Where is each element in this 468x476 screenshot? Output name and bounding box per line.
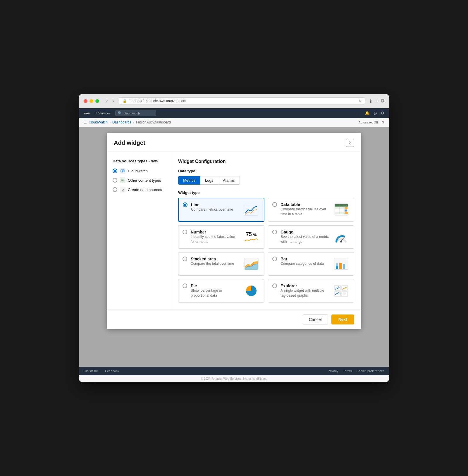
breadcrumb-actions: Autosave: Off ⚙ xyxy=(359,121,384,124)
tab-logs[interactable]: Logs xyxy=(200,176,218,185)
create-label: Create data sources xyxy=(128,188,162,192)
services-label: Services xyxy=(98,111,111,115)
terms-link[interactable]: Terms xyxy=(343,369,352,373)
address-bar[interactable]: 🔒 eu-north-1.console.aws.amazon.com ↻ xyxy=(119,97,365,104)
minimize-traffic-light[interactable] xyxy=(90,99,93,103)
number-header xyxy=(183,230,187,234)
cookie-link[interactable]: Cookie preferences xyxy=(357,369,384,373)
widget-card-data-table[interactable]: Data table Compare metrics values over t… xyxy=(268,198,354,222)
aws-top-bar: aws ⊞ Services 🔍 cloudwatch 🔔 ◎ ⚙ xyxy=(79,108,389,118)
svg-rect-25 xyxy=(335,286,340,291)
source-cloudwatch[interactable]: Cloudwatch xyxy=(113,168,165,174)
tab-alarms[interactable]: Alarms xyxy=(218,176,240,185)
lock-icon: 🔒 xyxy=(123,99,127,103)
radio-explorer[interactable] xyxy=(272,283,277,288)
tabs-icon[interactable]: ⧉ xyxy=(381,98,384,104)
line-info: Line Compare metrics over time xyxy=(191,202,239,212)
radio-line[interactable] xyxy=(183,202,187,207)
widget-card-explorer[interactable]: Explorer A single widget with multiple t… xyxy=(268,279,354,303)
data-type-tabs: Metrics Logs Alarms xyxy=(178,176,354,185)
modal-body: Data sources types - new xyxy=(107,152,361,310)
radio-create[interactable] xyxy=(113,187,117,192)
breadcrumb-dashboards[interactable]: Dashboards xyxy=(112,120,131,124)
widget-card-bar[interactable]: Bar Compare categories of data xyxy=(268,252,354,276)
data-type-label: Data type xyxy=(178,169,354,173)
sidebar-title: Data sources types - new xyxy=(113,159,165,163)
browser-window: ‹ › 🔒 eu-north-1.console.aws.amazon.com … xyxy=(79,94,389,382)
widget-card-line[interactable]: Line Compare metrics over time xyxy=(178,198,264,222)
browser-titlebar: ‹ › 🔒 eu-north-1.console.aws.amazon.com … xyxy=(79,94,389,108)
search-icon: 🔍 xyxy=(118,111,122,115)
radio-stacked-area[interactable] xyxy=(183,257,187,261)
widget-card-gauge[interactable]: Gauge See the latest value of a metric w… xyxy=(268,225,354,249)
radio-other[interactable] xyxy=(113,178,117,183)
explorer-chart-icon xyxy=(332,283,350,298)
radio-bar[interactable] xyxy=(272,257,277,261)
notification-icon[interactable]: 🔔 xyxy=(365,111,369,115)
close-traffic-light[interactable] xyxy=(84,99,87,103)
source-other[interactable]: </> Other content types xyxy=(113,177,165,183)
gauge-header xyxy=(272,230,277,234)
settings-icon-breadcrumb[interactable]: ⚙ xyxy=(381,121,384,124)
pie-info: Pie Show percentage or proportional data xyxy=(191,283,239,298)
bottom-bar: CloudShell Feedback Privacy Terms Cookie… xyxy=(79,367,389,375)
radio-pie[interactable] xyxy=(183,283,187,288)
svg-rect-3 xyxy=(244,204,258,216)
maximize-traffic-light[interactable] xyxy=(95,99,99,103)
forward-button[interactable]: › xyxy=(111,98,115,104)
bar-chart-icon xyxy=(332,257,350,271)
refresh-icon[interactable]: ↻ xyxy=(359,99,362,103)
gauge-title: Gauge xyxy=(281,230,329,234)
settings-icon[interactable]: ⚙ xyxy=(381,111,384,115)
widget-card-stacked-area[interactable]: Stacked area Compare the total over time xyxy=(178,252,264,276)
stacked-area-desc: Compare the total over time xyxy=(191,261,239,266)
next-button[interactable]: Next xyxy=(331,315,354,324)
stacked-area-icon xyxy=(242,257,260,271)
widget-type-grid: Line Compare metrics over time xyxy=(178,198,354,303)
feedback-link[interactable]: Feedback xyxy=(105,369,119,373)
privacy-link[interactable]: Privacy xyxy=(328,369,338,373)
add-widget-modal: Add widget × Data sources types - new xyxy=(107,133,361,329)
line-chart-icon xyxy=(242,202,260,217)
breadcrumb-cloudwatch[interactable]: CloudWatch xyxy=(89,120,108,124)
aws-search-bar[interactable]: 🔍 cloudwatch xyxy=(115,110,156,116)
breadcrumb-bar: ☰ CloudWatch › Dashboards › FusionAuthDa… xyxy=(79,118,389,127)
autosave-status: Autosave: Off xyxy=(359,121,378,124)
explorer-info: Explorer A single widget with multiple t… xyxy=(281,283,329,298)
aws-header-icons: 🔔 ◎ ⚙ xyxy=(365,111,384,115)
radio-cloudwatch[interactable] xyxy=(113,169,117,173)
back-button[interactable]: ‹ xyxy=(105,98,109,104)
source-create[interactable]: ⚙ Create data sources xyxy=(113,187,165,193)
svg-rect-11 xyxy=(345,207,347,209)
browser-navigation: ‹ › xyxy=(105,98,115,104)
main-content: Add widget × Data sources types - new xyxy=(79,127,389,367)
widget-card-number[interactable]: Number Instantly see the latest value fo… xyxy=(178,225,264,249)
line-title: Line xyxy=(191,202,239,207)
radio-number[interactable] xyxy=(183,230,187,234)
stacked-area-title: Stacked area xyxy=(191,257,239,261)
add-tab-icon[interactable]: + xyxy=(376,98,378,104)
menu-icon[interactable]: ☰ xyxy=(84,120,87,124)
aws-services-menu[interactable]: ⊞ Services xyxy=(94,111,111,115)
data-table-desc: Compare metrics values over time in a ta… xyxy=(281,207,329,217)
breadcrumb-sep-2: › xyxy=(133,120,134,124)
cloudshell-link[interactable]: CloudShell xyxy=(84,369,99,373)
number-title: Number xyxy=(191,230,239,234)
radio-data-table[interactable] xyxy=(272,202,277,207)
region-icon[interactable]: ◎ xyxy=(374,111,377,115)
cancel-button[interactable]: Cancel xyxy=(303,315,328,324)
data-table-icon xyxy=(332,202,350,217)
widget-card-pie[interactable]: Pie Show percentage or proportional data xyxy=(178,279,264,303)
modal-close-button[interactable]: × xyxy=(346,139,354,147)
services-grid-icon: ⊞ xyxy=(94,111,97,115)
bar-title: Bar xyxy=(281,257,329,261)
gauge-icon xyxy=(332,230,350,244)
radio-gauge[interactable] xyxy=(272,230,277,234)
share-icon[interactable]: ⬆ xyxy=(369,98,373,104)
tab-metrics[interactable]: Metrics xyxy=(178,176,200,185)
breadcrumb-sep-1: › xyxy=(109,120,111,124)
widget-configuration: Widget Configuration Data type Metrics L… xyxy=(171,152,361,310)
breadcrumb-current: FusionAuthDashboard xyxy=(136,120,171,124)
other-label: Other content types xyxy=(128,178,161,183)
cloudwatch-label: Cloudwatch xyxy=(128,169,148,173)
